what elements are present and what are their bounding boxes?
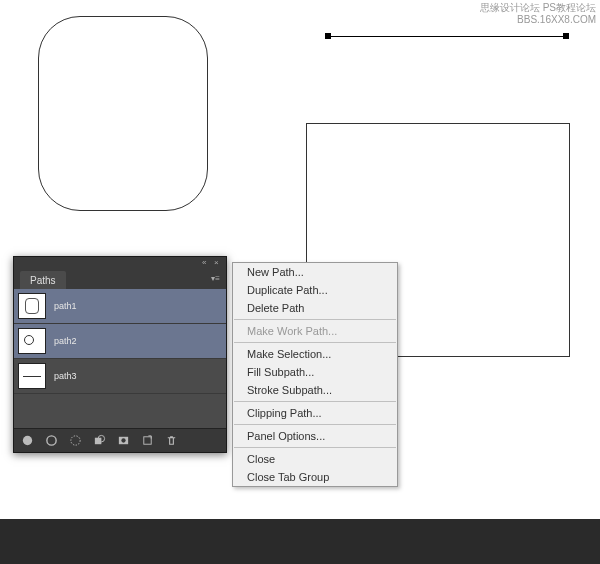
menu-fill-subpath[interactable]: Fill Subpath... (233, 363, 397, 381)
menu-new-path[interactable]: New Path... (233, 263, 397, 281)
watermark: 思缘设计论坛 PS教程论坛 BBS.16XX8.COM (480, 2, 596, 26)
panel-title-bar[interactable]: « × (14, 257, 226, 267)
close-icon[interactable]: × (214, 258, 222, 266)
trash-icon[interactable] (164, 434, 178, 448)
menu-close-tab-group[interactable]: Close Tab Group (233, 468, 397, 486)
menu-separator (234, 424, 396, 425)
menu-make-selection[interactable]: Make Selection... (233, 345, 397, 363)
svg-rect-7 (143, 437, 150, 444)
path-thumbnail (18, 293, 46, 319)
menu-separator (234, 447, 396, 448)
path-row-2[interactable]: path2 (14, 324, 226, 359)
menu-panel-options[interactable]: Panel Options... (233, 427, 397, 445)
svg-point-1 (46, 436, 55, 445)
menu-clipping-path[interactable]: Clipping Path... (233, 404, 397, 422)
paths-empty-area[interactable] (14, 394, 226, 428)
selection-icon[interactable] (68, 434, 82, 448)
menu-stroke-subpath[interactable]: Stroke Subpath... (233, 381, 397, 399)
svg-point-0 (22, 436, 31, 445)
menu-make-work-path: Make Work Path... (233, 322, 397, 340)
path-row-1[interactable]: path1 (14, 289, 226, 324)
rounded-rect-path[interactable] (38, 16, 208, 211)
overlay-icon[interactable] (92, 434, 106, 448)
path-thumbnail (18, 328, 46, 354)
paths-list: path1 path2 path3 (14, 289, 226, 428)
path-anchor-left[interactable] (325, 33, 331, 39)
path-name: path1 (54, 301, 77, 311)
svg-point-2 (70, 436, 79, 445)
panel-tabs: Paths ▾≡ (14, 267, 226, 289)
tab-paths[interactable]: Paths (20, 271, 66, 289)
new-icon[interactable] (140, 434, 154, 448)
menu-separator (234, 401, 396, 402)
line-path[interactable] (328, 36, 566, 37)
svg-point-6 (121, 438, 125, 442)
panel-footer (14, 428, 226, 452)
context-menu: New Path... Duplicate Path... Delete Pat… (232, 262, 398, 487)
menu-duplicate-path[interactable]: Duplicate Path... (233, 281, 397, 299)
watermark-line2: BBS.16XX8.COM (480, 14, 596, 26)
collapse-icon[interactable]: « (202, 258, 210, 266)
panel-menu-icon[interactable]: ▾≡ (209, 272, 222, 285)
mask-icon[interactable] (116, 434, 130, 448)
paths-panel: « × Paths ▾≡ path1 path2 path3 (13, 256, 227, 453)
watermark-line1: 思缘设计论坛 PS教程论坛 (480, 2, 596, 14)
menu-close[interactable]: Close (233, 450, 397, 468)
stroke-circle-icon[interactable] (44, 434, 58, 448)
menu-separator (234, 319, 396, 320)
path-anchor-right[interactable] (563, 33, 569, 39)
bottom-bar (0, 519, 600, 564)
path-row-3[interactable]: path3 (14, 359, 226, 394)
path-name: path2 (54, 336, 77, 346)
menu-delete-path[interactable]: Delete Path (233, 299, 397, 317)
path-thumbnail (18, 363, 46, 389)
menu-separator (234, 342, 396, 343)
path-name: path3 (54, 371, 77, 381)
fill-circle-icon[interactable] (20, 434, 34, 448)
